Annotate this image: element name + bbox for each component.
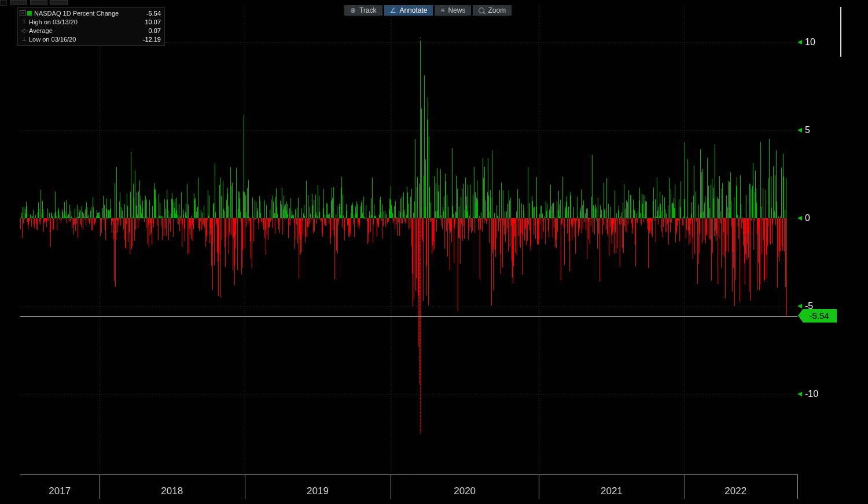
chart-toolbar: ⊕Track∠Annotate≡NewsZoom <box>344 5 512 16</box>
legend-value: -5.54 <box>134 10 162 17</box>
tick-arrow-icon <box>797 216 802 220</box>
window-chrome-fragment[interactable] <box>10 0 27 5</box>
x-axis-year-label: 2017 <box>49 485 71 497</box>
y-tick-label: 10 <box>805 37 815 47</box>
news-button[interactable]: ≡News <box>435 5 471 16</box>
x-axis-year-label: 2018 <box>161 485 183 497</box>
tick-arrow-icon <box>797 304 802 308</box>
legend-row-high[interactable]: ⊤High on 03/13/2010.07 <box>20 17 162 26</box>
legend-expand-icon[interactable] <box>20 10 25 16</box>
news-icon: ≡ <box>440 7 444 14</box>
window-chrome-fragment[interactable] <box>50 0 68 5</box>
legend-row-low[interactable]: ⊥Low on 03/16/20-12.19 <box>20 35 162 43</box>
legend-value: -12.19 <box>134 36 162 43</box>
x-axis-year-label: 2019 <box>307 485 329 497</box>
chart-legend: NASDAQ 1D Percent Change-5.54⊤High on 03… <box>17 7 165 46</box>
x-axis-year-label: 2020 <box>454 485 476 497</box>
toolbar-button-label: Annotate <box>399 6 427 14</box>
y-tick-label: -10 <box>805 389 818 399</box>
window-chrome-fragment[interactable] <box>0 0 7 6</box>
track-button[interactable]: ⊕Track <box>344 5 382 16</box>
legend-value: 0.07 <box>134 27 162 34</box>
y-axis-tick: -10 <box>797 389 818 399</box>
tick-arrow-icon <box>797 392 802 396</box>
toolbar-button-label: Track <box>359 6 377 14</box>
toolbar-button-label: Zoom <box>488 6 506 14</box>
y-axis-tick: 10 <box>797 37 815 47</box>
annotate-button[interactable]: ∠Annotate <box>384 5 433 16</box>
window-chrome-fragment[interactable] <box>30 0 47 5</box>
average-marker-icon: -◇- <box>20 28 29 34</box>
legend-row-avg[interactable]: -◇-Average0.07 <box>20 26 162 35</box>
annotate-pencil-icon: ∠ <box>390 7 396 14</box>
last-value-badge-label: -5.54 <box>809 311 829 321</box>
price-chart-plot-area[interactable] <box>0 0 868 504</box>
legend-label: High on 03/13/20 <box>29 19 134 25</box>
legend-value: 10.07 <box>134 19 162 25</box>
toolbar-button-label: News <box>448 6 465 14</box>
tick-arrow-icon <box>797 40 802 45</box>
high-marker-icon: ⊤ <box>20 19 29 25</box>
legend-label: Low on 03/16/20 <box>29 36 134 43</box>
y-tick-label: 5 <box>805 125 810 135</box>
tick-arrow-icon <box>797 128 802 133</box>
scrollbar-thumb[interactable] <box>840 7 841 57</box>
legend-row-series[interactable]: NASDAQ 1D Percent Change-5.54 <box>20 9 162 17</box>
y-axis-tick: 5 <box>797 125 810 135</box>
zoom-magnifier-icon <box>479 8 484 13</box>
bloomberg-chart-screen: NASDAQ 1D Percent Change-5.54⊤High on 03… <box>0 0 868 504</box>
low-marker-icon: ⊥ <box>20 36 29 42</box>
x-axis-year-label: 2021 <box>601 485 623 497</box>
window-chrome <box>0 0 68 6</box>
last-value-badge: -5.54 <box>798 309 837 323</box>
y-tick-label: 0 <box>805 213 810 223</box>
x-axis-year-label: 2022 <box>724 485 746 497</box>
series-color-swatch-icon <box>27 11 32 16</box>
zoom-button[interactable]: Zoom <box>473 5 512 16</box>
y-axis-tick: 0 <box>797 213 810 223</box>
crosshair-icon: ⊕ <box>350 7 356 14</box>
legend-label: NASDAQ 1D Percent Change <box>34 10 134 17</box>
legend-label: Average <box>29 27 134 34</box>
